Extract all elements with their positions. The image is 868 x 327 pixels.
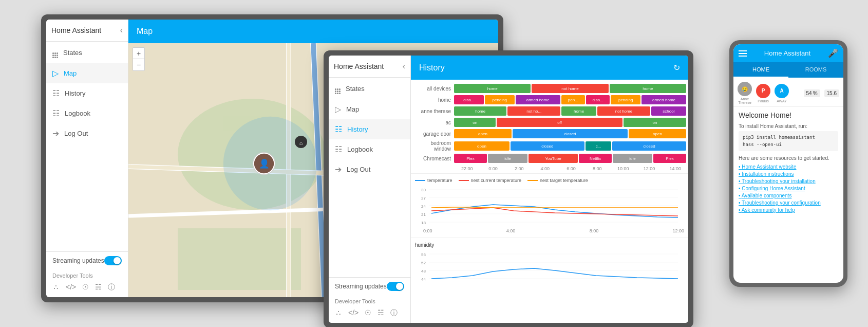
phone-device: Home Assistant 🎤 HOME ROOMS 😢 AnneTheres… xyxy=(729,40,847,287)
row-label-bedroom: bedroom window xyxy=(413,140,454,152)
zoom-in-button[interactable]: + xyxy=(133,48,144,59)
svg-text:30: 30 xyxy=(421,188,426,192)
avatar-img-paulus: P xyxy=(756,84,770,98)
legend-label-temp: temperature xyxy=(427,178,452,183)
seg-disa-1: disa... xyxy=(454,95,484,104)
nav-label-logout: Log Out xyxy=(64,130,88,137)
dev-icon-5[interactable]: ⓘ xyxy=(108,283,115,292)
tab-rooms[interactable]: ROOMS xyxy=(788,62,843,78)
sidebar-item-history-2[interactable]: ☷ History xyxy=(329,119,410,139)
dev-icon-2[interactable]: </> xyxy=(66,283,76,292)
sidebar-tablet2: Home Assistant ‹ States ▷ Map xyxy=(329,56,411,323)
seg-ac-off: off xyxy=(497,118,622,127)
hamburger-icon[interactable] xyxy=(739,50,747,57)
seg-garage-closed: closed xyxy=(513,129,628,138)
seg-armed-1: armed home xyxy=(516,95,560,104)
link-troubleshoot-config[interactable]: Troubleshooting your configuration xyxy=(739,200,838,206)
sidebar-nav-tablet2: States ▷ Map ☷ History ☷ Logbook xyxy=(329,78,410,277)
install-cmd1: pip3 install homeassistant xyxy=(743,135,815,140)
time-tick-2: 2:00 xyxy=(506,166,532,171)
svg-text:27: 27 xyxy=(421,196,426,201)
refresh-icon[interactable]: ↻ xyxy=(673,63,680,72)
streaming-updates-row-2: Streaming updates xyxy=(329,277,410,295)
developer-tools-icons: ⛬ </> ☉ ☵ ⓘ xyxy=(46,281,128,297)
link-configure[interactable]: Configuring Home Assistant xyxy=(739,186,838,191)
history-row-anne: anne therese home not ho... home not hom… xyxy=(413,106,686,116)
humidity-badge: 54 % xyxy=(804,89,820,97)
seg-garage-open-2: open xyxy=(629,129,686,138)
seg-anne-nothome-2: not home xyxy=(597,106,650,116)
zoom-out-button[interactable]: − xyxy=(133,59,144,70)
dev-icon-2-2[interactable]: </> xyxy=(348,308,358,318)
seg-bed-open: open xyxy=(454,141,510,151)
sidebar-item-map[interactable]: ▷ Map xyxy=(46,63,128,83)
link-community[interactable]: Ask community for help xyxy=(739,207,838,213)
link-components[interactable]: Available components xyxy=(739,193,838,198)
svg-text:44: 44 xyxy=(421,277,426,282)
seg-disa-2: disa... xyxy=(586,95,610,104)
svg-text:24: 24 xyxy=(421,204,426,209)
time-axis: 22:00 0:00 2:00 4:00 6:00 8:00 10:00 12:… xyxy=(411,165,688,173)
row-segments-all-devices: home not home home xyxy=(454,84,686,93)
sidebar-tablet1: Home Assistant ‹ States ▷ Map xyxy=(46,20,128,297)
dev-icon-3[interactable]: ☉ xyxy=(82,283,89,292)
tab-home[interactable]: HOME xyxy=(733,62,788,78)
map-zoom-controls: + − xyxy=(133,47,145,71)
seg-home-2: home xyxy=(610,84,686,93)
link-website[interactable]: Home Assistant website xyxy=(739,164,838,170)
row-label-garage: garage door xyxy=(413,131,454,137)
nav-label-logbook-2: Logbook xyxy=(347,146,373,153)
row-segments-garage: open closed open xyxy=(454,129,686,138)
row-label-home: home xyxy=(413,97,454,103)
chevron-icon-2[interactable]: ‹ xyxy=(403,62,405,71)
sidebar-item-history[interactable]: ☷ History xyxy=(46,83,128,103)
sidebar-item-logout[interactable]: ➔ Log Out xyxy=(46,123,128,143)
dev-icon-1[interactable]: ⛬ xyxy=(52,283,60,292)
logbook-icon: ☷ xyxy=(52,108,60,118)
dev-icon-2-4[interactable]: ☵ xyxy=(378,308,384,318)
sidebar-item-states-2[interactable]: States xyxy=(329,78,410,99)
logout-icon-2: ➔ xyxy=(335,165,342,174)
avatar-away: A AWAY xyxy=(775,84,789,103)
sidebar-item-logout-2[interactable]: ➔ Log Out xyxy=(329,159,410,179)
history-row-home: home disa... pending armed home pen... d… xyxy=(413,95,686,104)
legend-line-nest-current xyxy=(459,180,469,181)
seg-plex-2: Plex xyxy=(653,154,686,163)
chevron-icon[interactable]: ‹ xyxy=(120,26,123,35)
history-bars: all devices home not home home home di xyxy=(411,80,688,163)
dev-icon-4[interactable]: ☵ xyxy=(95,283,102,292)
sidebar-item-map-2[interactable]: ▷ Map xyxy=(329,99,410,119)
nav-label-logout-2: Log Out xyxy=(347,166,370,173)
humidity-value: 54 xyxy=(806,90,812,96)
streaming-toggle-2[interactable] xyxy=(387,282,404,291)
streaming-toggle[interactable] xyxy=(104,256,122,265)
grid-icon xyxy=(52,47,58,58)
row-label-chromecast: Chromecast xyxy=(413,156,454,161)
time-tick-7: 12:00 xyxy=(636,166,663,171)
time-tick-1: 0:00 xyxy=(480,166,506,171)
seg-youtube: YouTube xyxy=(529,154,578,163)
sidebar-header-tablet2: Home Assistant ‹ xyxy=(329,56,410,78)
phone-tabs: HOME ROOMS xyxy=(733,62,843,78)
sidebar-item-logbook[interactable]: ☷ Logbook xyxy=(46,103,128,123)
time-tick-0: 22:00 xyxy=(454,166,480,171)
link-install[interactable]: Installation instructions xyxy=(739,171,838,177)
sidebar-item-states[interactable]: States xyxy=(46,42,128,63)
dev-icon-2-5[interactable]: ⓘ xyxy=(390,308,398,318)
microphone-icon[interactable]: 🎤 xyxy=(828,48,838,58)
temperature-badge: 15.6 xyxy=(824,89,839,97)
developer-tools-icons-2: ⛬ </> ☉ ☵ ⓘ xyxy=(329,306,410,323)
dev-icon-2-1[interactable]: ⛬ xyxy=(335,308,342,318)
row-label-anne: anne therese xyxy=(413,108,454,114)
history-row-chromecast: Chromecast Plex idle YouTube Netflix idl… xyxy=(413,154,686,163)
link-troubleshoot[interactable]: Troubleshooting your installation xyxy=(739,178,838,184)
dev-icon-2-3[interactable]: ☉ xyxy=(365,308,371,318)
row-segments-bedroom: open closed c... closed xyxy=(454,141,686,151)
time-tick-4: 6:00 xyxy=(558,166,584,171)
seg-bed-closed-2: closed xyxy=(612,141,686,151)
streaming-updates-row: Streaming updates xyxy=(46,251,128,269)
history-row-bedroom: bedroom window open closed c... closed xyxy=(413,140,686,152)
sidebar-item-logbook-2[interactable]: ☷ Logbook xyxy=(329,139,410,159)
nav-label-states-2: States xyxy=(346,85,365,93)
nav-label-history-2: History xyxy=(347,125,368,133)
